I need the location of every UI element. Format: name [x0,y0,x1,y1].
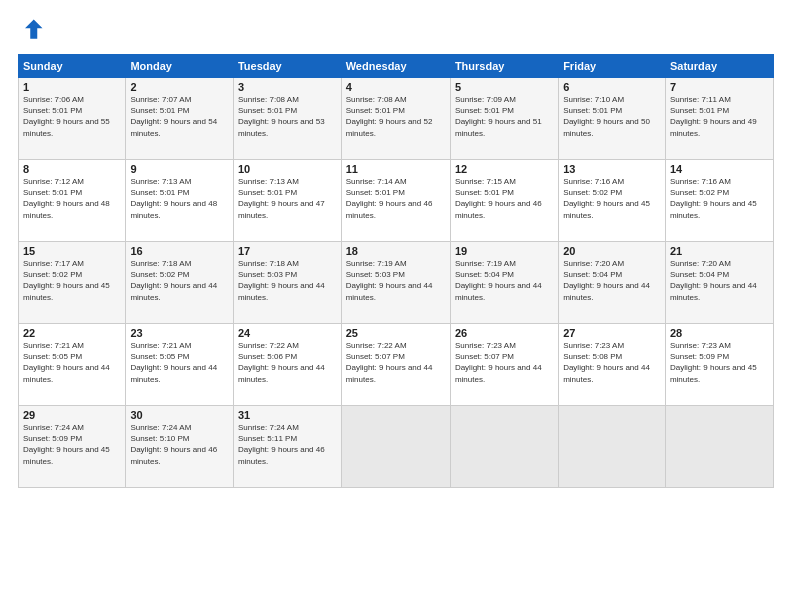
sunrise-label: Sunrise: 7:17 AM [23,259,84,268]
daylight-label: Daylight: 9 hours and 45 minutes. [670,363,757,383]
day-number: 8 [23,163,121,175]
day-info: Sunrise: 7:23 AM Sunset: 5:09 PM Dayligh… [670,340,769,385]
day-number: 28 [670,327,769,339]
sunrise-label: Sunrise: 7:23 AM [563,341,624,350]
sunrise-label: Sunrise: 7:08 AM [346,95,407,104]
sunrise-label: Sunrise: 7:19 AM [346,259,407,268]
daylight-label: Daylight: 9 hours and 44 minutes. [346,281,433,301]
day-info: Sunrise: 7:24 AM Sunset: 5:11 PM Dayligh… [238,422,337,467]
calendar-day-cell: 26 Sunrise: 7:23 AM Sunset: 5:07 PM Dayl… [450,324,558,406]
sunrise-label: Sunrise: 7:21 AM [23,341,84,350]
day-number: 19 [455,245,554,257]
calendar-day-cell: 16 Sunrise: 7:18 AM Sunset: 5:02 PM Dayl… [126,242,234,324]
daylight-label: Daylight: 9 hours and 47 minutes. [238,199,325,219]
sunset-label: Sunset: 5:01 PM [346,106,405,115]
sunset-label: Sunset: 5:08 PM [563,352,622,361]
daylight-label: Daylight: 9 hours and 46 minutes. [238,445,325,465]
day-number: 1 [23,81,121,93]
calendar-day-cell [559,406,666,488]
sunset-label: Sunset: 5:03 PM [346,270,405,279]
sunrise-label: Sunrise: 7:22 AM [238,341,299,350]
day-info: Sunrise: 7:22 AM Sunset: 5:07 PM Dayligh… [346,340,446,385]
calendar-day-cell: 19 Sunrise: 7:19 AM Sunset: 5:04 PM Dayl… [450,242,558,324]
weekday-header: Saturday [665,55,773,78]
logo-icon [18,16,46,44]
calendar-day-cell: 3 Sunrise: 7:08 AM Sunset: 5:01 PM Dayli… [233,78,341,160]
calendar-week-row: 8 Sunrise: 7:12 AM Sunset: 5:01 PM Dayli… [19,160,774,242]
calendar-day-cell: 24 Sunrise: 7:22 AM Sunset: 5:06 PM Dayl… [233,324,341,406]
calendar-week-row: 15 Sunrise: 7:17 AM Sunset: 5:02 PM Dayl… [19,242,774,324]
day-info: Sunrise: 7:15 AM Sunset: 5:01 PM Dayligh… [455,176,554,221]
sunset-label: Sunset: 5:05 PM [130,352,189,361]
day-info: Sunrise: 7:20 AM Sunset: 5:04 PM Dayligh… [670,258,769,303]
calendar-day-cell: 31 Sunrise: 7:24 AM Sunset: 5:11 PM Dayl… [233,406,341,488]
sunrise-label: Sunrise: 7:08 AM [238,95,299,104]
day-number: 24 [238,327,337,339]
calendar-day-cell: 7 Sunrise: 7:11 AM Sunset: 5:01 PM Dayli… [665,78,773,160]
day-info: Sunrise: 7:10 AM Sunset: 5:01 PM Dayligh… [563,94,661,139]
day-number: 3 [238,81,337,93]
calendar-day-cell: 27 Sunrise: 7:23 AM Sunset: 5:08 PM Dayl… [559,324,666,406]
calendar-day-cell [450,406,558,488]
day-info: Sunrise: 7:24 AM Sunset: 5:10 PM Dayligh… [130,422,229,467]
day-number: 25 [346,327,446,339]
sunrise-label: Sunrise: 7:06 AM [23,95,84,104]
sunrise-label: Sunrise: 7:23 AM [670,341,731,350]
day-number: 20 [563,245,661,257]
daylight-label: Daylight: 9 hours and 46 minutes. [455,199,542,219]
weekday-header: Thursday [450,55,558,78]
sunrise-label: Sunrise: 7:07 AM [130,95,191,104]
day-number: 2 [130,81,229,93]
sunrise-label: Sunrise: 7:18 AM [130,259,191,268]
day-info: Sunrise: 7:16 AM Sunset: 5:02 PM Dayligh… [670,176,769,221]
day-info: Sunrise: 7:13 AM Sunset: 5:01 PM Dayligh… [130,176,229,221]
sunset-label: Sunset: 5:02 PM [563,188,622,197]
sunrise-label: Sunrise: 7:20 AM [563,259,624,268]
daylight-label: Daylight: 9 hours and 46 minutes. [130,445,217,465]
sunrise-label: Sunrise: 7:23 AM [455,341,516,350]
day-info: Sunrise: 7:17 AM Sunset: 5:02 PM Dayligh… [23,258,121,303]
day-number: 15 [23,245,121,257]
sunrise-label: Sunrise: 7:13 AM [238,177,299,186]
calendar-day-cell: 28 Sunrise: 7:23 AM Sunset: 5:09 PM Dayl… [665,324,773,406]
day-info: Sunrise: 7:08 AM Sunset: 5:01 PM Dayligh… [346,94,446,139]
day-number: 13 [563,163,661,175]
calendar-day-cell: 4 Sunrise: 7:08 AM Sunset: 5:01 PM Dayli… [341,78,450,160]
sunrise-label: Sunrise: 7:24 AM [130,423,191,432]
calendar-day-cell: 8 Sunrise: 7:12 AM Sunset: 5:01 PM Dayli… [19,160,126,242]
weekday-header: Monday [126,55,234,78]
sunrise-label: Sunrise: 7:11 AM [670,95,731,104]
calendar-day-cell: 22 Sunrise: 7:21 AM Sunset: 5:05 PM Dayl… [19,324,126,406]
calendar-day-cell: 12 Sunrise: 7:15 AM Sunset: 5:01 PM Dayl… [450,160,558,242]
weekday-header: Sunday [19,55,126,78]
day-number: 4 [346,81,446,93]
sunrise-label: Sunrise: 7:16 AM [563,177,624,186]
day-number: 26 [455,327,554,339]
day-number: 10 [238,163,337,175]
sunset-label: Sunset: 5:01 PM [238,188,297,197]
calendar-week-row: 22 Sunrise: 7:21 AM Sunset: 5:05 PM Dayl… [19,324,774,406]
daylight-label: Daylight: 9 hours and 45 minutes. [563,199,650,219]
daylight-label: Daylight: 9 hours and 54 minutes. [130,117,217,137]
day-info: Sunrise: 7:13 AM Sunset: 5:01 PM Dayligh… [238,176,337,221]
calendar-day-cell: 6 Sunrise: 7:10 AM Sunset: 5:01 PM Dayli… [559,78,666,160]
sunset-label: Sunset: 5:02 PM [670,188,729,197]
weekday-header: Tuesday [233,55,341,78]
daylight-label: Daylight: 9 hours and 44 minutes. [563,281,650,301]
daylight-label: Daylight: 9 hours and 44 minutes. [130,363,217,383]
daylight-label: Daylight: 9 hours and 52 minutes. [346,117,433,137]
sunset-label: Sunset: 5:04 PM [563,270,622,279]
sunrise-label: Sunrise: 7:16 AM [670,177,731,186]
calendar-day-cell: 29 Sunrise: 7:24 AM Sunset: 5:09 PM Dayl… [19,406,126,488]
calendar-day-cell: 5 Sunrise: 7:09 AM Sunset: 5:01 PM Dayli… [450,78,558,160]
day-info: Sunrise: 7:06 AM Sunset: 5:01 PM Dayligh… [23,94,121,139]
sunset-label: Sunset: 5:04 PM [670,270,729,279]
day-info: Sunrise: 7:09 AM Sunset: 5:01 PM Dayligh… [455,94,554,139]
daylight-label: Daylight: 9 hours and 45 minutes. [23,281,110,301]
sunset-label: Sunset: 5:04 PM [455,270,514,279]
weekday-header: Wednesday [341,55,450,78]
day-number: 12 [455,163,554,175]
day-info: Sunrise: 7:08 AM Sunset: 5:01 PM Dayligh… [238,94,337,139]
day-info: Sunrise: 7:12 AM Sunset: 5:01 PM Dayligh… [23,176,121,221]
calendar-day-cell: 30 Sunrise: 7:24 AM Sunset: 5:10 PM Dayl… [126,406,234,488]
